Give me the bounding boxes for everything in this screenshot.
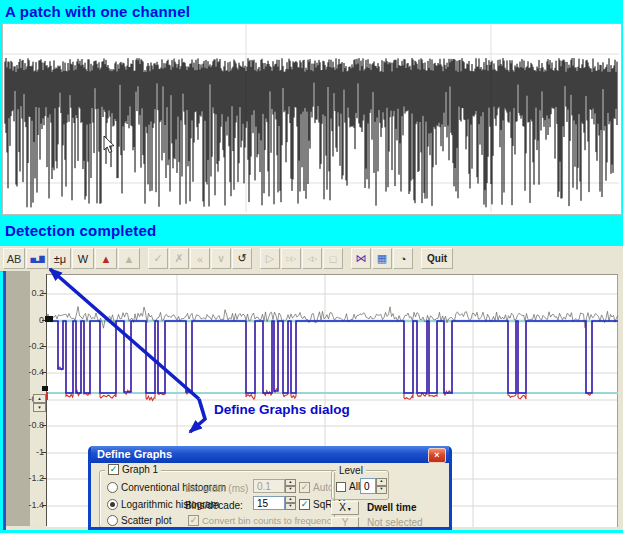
threshold-peaks-alt-icon[interactable]: ▲ — [118, 248, 140, 269]
x-axis-button-label: X — [339, 502, 346, 513]
scatter-radio[interactable] — [107, 515, 118, 526]
scatter-label: Scatter plot — [121, 515, 172, 526]
toolbar-group-2: ▷▷▷◁▷□ — [260, 248, 343, 269]
toolbar-group-1: ✓✗«∨↺ — [148, 248, 252, 269]
y-tick-mark — [42, 452, 46, 453]
screenshot-root: A patch with one channel Detection compl… — [0, 0, 623, 533]
accept-all-icon[interactable]: « — [190, 248, 210, 269]
convert-label: Convert bin counts to frequency — [202, 515, 336, 526]
undo-icon[interactable]: ↺ — [232, 248, 252, 269]
fast-forward-icon[interactable]: ▷▷ — [281, 248, 301, 269]
bin-width-down-button[interactable]: ▾ — [285, 486, 296, 493]
bin-width-up-button[interactable]: ▴ — [285, 479, 296, 486]
bin-width-spinner: ▴ ▾ — [285, 479, 296, 493]
idealize-w-icon[interactable]: W — [72, 248, 94, 269]
detection-status-text: Detection completed — [5, 222, 156, 239]
y-tick-mark — [42, 293, 46, 294]
y-tick-mark — [42, 346, 46, 347]
amplitude-levels-icon[interactable]: ±μ — [49, 248, 71, 269]
convert-checkbox[interactable]: ✓ — [188, 515, 199, 526]
baseline-level-handle[interactable] — [45, 316, 53, 322]
top-banner-title: A patch with one channel — [5, 3, 190, 20]
quit-button[interactable]: Quit — [421, 248, 453, 269]
logarithmic-radio[interactable] — [107, 499, 118, 510]
stop-icon[interactable]: □ — [323, 248, 343, 269]
open-level-marker — [46, 392, 48, 400]
auto-row: ✓ Auto — [299, 482, 334, 493]
not-selected-label: Not selected — [367, 517, 423, 528]
y-tick-label: -1.4 — [20, 500, 44, 510]
y-tick-label: -0.2 — [20, 341, 44, 351]
toolbar-group-0: AB▅▂▇±μW▲▲ — [3, 248, 140, 269]
annotation-label: Define Graphs dialog — [214, 402, 350, 417]
bin-width-label: Bin width (ms) — [185, 483, 248, 494]
sqrtn-checkbox[interactable]: ✓ — [299, 499, 310, 510]
conventional-radio[interactable] — [107, 482, 118, 493]
x-axis-button[interactable]: X ▾ — [331, 501, 359, 515]
level-down-button[interactable]: ▾ — [33, 403, 46, 412]
step-back-icon[interactable]: ◁▷ — [302, 248, 322, 269]
reject-icon[interactable]: ✗ — [169, 248, 189, 269]
level-spinner: ▴ ▾ — [33, 394, 46, 412]
fit-check-icon[interactable]: ∨ — [211, 248, 231, 269]
raw-trace-plot — [3, 24, 619, 212]
y-tick-mark — [42, 505, 46, 506]
bins-decade-spinner: ▴ ▾ — [285, 496, 296, 510]
close-icon[interactable]: × — [428, 448, 446, 463]
level-field-spinner: ▴ ▾ — [376, 478, 387, 494]
define-graphs-dialog: Define Graphs × ✓ Graph 1 Conventional h… — [88, 446, 452, 530]
y-tick-label: -1 — [20, 447, 44, 457]
level-all-checkbox[interactable] — [336, 482, 346, 492]
auto-checkbox[interactable]: ✓ — [299, 482, 310, 493]
dwell-time-label: Dwell time — [367, 502, 416, 513]
play-icon[interactable]: ▷ — [260, 248, 280, 269]
graph1-checkbox[interactable]: ✓ — [108, 464, 119, 475]
y-tick-label: -0.8 — [20, 420, 44, 430]
threshold-peaks-icon[interactable]: ▲ — [95, 248, 117, 269]
y-axis-button[interactable]: Y — [331, 517, 359, 529]
raw-trace-panel — [2, 23, 622, 215]
level-up-button[interactable]: ▴ — [33, 394, 46, 403]
define-graphs-icon[interactable]: ▅▂▇ — [26, 248, 48, 269]
y-tick-mark — [42, 372, 46, 373]
bin-width-field[interactable]: 0.1 — [253, 479, 285, 493]
scatter-row: Scatter plot — [107, 515, 172, 526]
level-group-label: Level — [336, 465, 366, 476]
timer-clock-icon[interactable]: ◔ — [393, 248, 413, 269]
display-colors-icon[interactable]: ▦ — [372, 248, 392, 269]
graph1-label: Graph 1 — [122, 464, 158, 475]
bins-decade-field[interactable]: 15 — [253, 496, 285, 510]
y-tick-mark — [42, 425, 46, 426]
data-overview-icon[interactable]: AB — [3, 248, 25, 269]
open-level-handle[interactable] — [42, 386, 48, 391]
x-dropdown-icon: ▾ — [346, 506, 351, 512]
level-field[interactable]: 0 — [360, 478, 376, 494]
toolbar: AB▅▂▇±μW▲▲✓✗«∨↺▷▷▷◁▷□⋈▦◔Quit — [0, 246, 623, 272]
bins-decade-down-button[interactable]: ▾ — [285, 503, 296, 510]
dialog-title: Define Graphs — [97, 448, 172, 460]
level-down-button2[interactable]: ▾ — [376, 486, 387, 494]
dialog-title-bar[interactable]: Define Graphs — [91, 446, 449, 463]
graph1-row: ✓ Graph 1 — [105, 464, 161, 475]
y-tick-label: -0.4 — [20, 367, 44, 377]
y-tick-label: 0.2 — [20, 288, 44, 298]
bins-decade-up-button[interactable]: ▴ — [285, 496, 296, 503]
accept-icon[interactable]: ✓ — [148, 248, 168, 269]
y-tick-label: 0 — [20, 315, 44, 325]
bins-decade-label: Bins/decade: — [185, 500, 243, 511]
y-tick-mark — [42, 478, 46, 479]
level-all-row: All — [336, 481, 360, 492]
y-tick-label: -1.2 — [20, 473, 44, 483]
cut-transitions-icon[interactable]: ⋈ — [351, 248, 371, 269]
level-all-label: All — [349, 481, 360, 492]
toolbar-group-3: ⋈▦◔ — [351, 248, 413, 269]
level-up-button2[interactable]: ▴ — [376, 478, 387, 486]
y-axis-button-label: Y — [342, 517, 349, 528]
convert-row: ✓ Convert bin counts to frequency — [188, 515, 336, 526]
